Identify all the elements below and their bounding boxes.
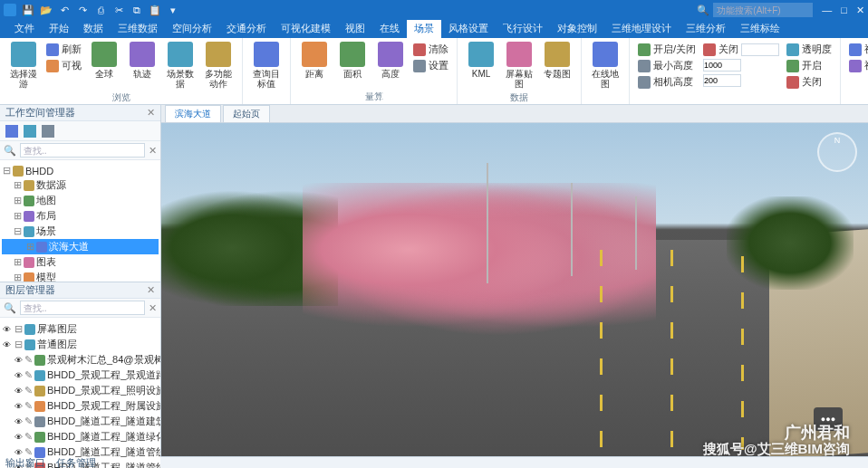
ribbon-small-5-0-2[interactable]: 相机高度 <box>635 74 699 90</box>
qat-undo-icon[interactable]: ↶ <box>58 4 71 16</box>
tree-node-0[interactable]: ⊞数据源 <box>2 177 159 193</box>
ribbon-small-0-1-1[interactable]: 可视 <box>43 58 84 73</box>
ribbon-small-5-2-0[interactable]: 透明度 <box>784 42 834 57</box>
ribbon-small-2-3-0[interactable]: 清除 <box>410 42 451 57</box>
close-button[interactable]: ✕ <box>856 5 864 16</box>
view-tab-0[interactable]: 滨海大道 <box>165 105 221 122</box>
ribbon-small-6-0-1[interactable]: 视口设置 <box>846 58 868 73</box>
tree-node-5[interactable]: ⊞图表 <box>2 254 159 270</box>
menu-1[interactable]: 开始 <box>42 20 76 38</box>
maximize-button[interactable]: □ <box>841 5 847 16</box>
light-pole <box>487 163 488 282</box>
layer-node-1[interactable]: 👁✎BHDD_景观工程_景观道路 <box>2 368 159 383</box>
qat-paste-icon[interactable]: 📋 <box>149 4 161 16</box>
ribbon-btn-0-3[interactable]: 轨迹 <box>124 40 160 91</box>
ws-tool-3-icon[interactable] <box>42 125 54 138</box>
ribbon-btn-4-0[interactable]: 在线地图 <box>587 40 623 102</box>
ribbon-input[interactable] <box>703 59 741 72</box>
ribbon-btn-3-0[interactable]: KML <box>463 40 499 91</box>
menu-13[interactable]: 三维地理设计 <box>604 20 679 38</box>
tree-node-2[interactable]: ⊞布局 <box>2 208 159 224</box>
qat-more-icon[interactable]: ▾ <box>167 4 179 16</box>
ribbon-small-icon <box>849 60 862 72</box>
workspace-panel-header: 工作空间管理器 ✕ <box>0 105 160 121</box>
ribbon-small-6-0-0[interactable]: 视口模式 <box>846 42 868 57</box>
ribbon-small-5-0-1[interactable]: 最小高度 <box>635 58 699 73</box>
ribbon-btn-3-1[interactable]: 屏幕贴图 <box>501 40 537 91</box>
tree-node-1[interactable]: ⊞地图 <box>2 193 159 208</box>
menu-7[interactable]: 视图 <box>338 20 372 38</box>
ribbon-small-5-2-2[interactable]: 关闭 <box>784 74 834 90</box>
status-tasks[interactable]: 任务管理 <box>56 456 96 469</box>
workspace-search-input[interactable] <box>20 143 145 158</box>
menu-0[interactable]: 文件 <box>7 20 42 38</box>
minimize-button[interactable]: — <box>822 5 832 16</box>
ribbon-btn-0-4[interactable]: 场景数据 <box>162 40 198 91</box>
ribbon-btn-3-2[interactable]: 专题图 <box>539 40 575 91</box>
menu-3[interactable]: 三维数据 <box>111 20 165 38</box>
ribbon-small-0-1-0[interactable]: 刷新 <box>43 42 84 57</box>
qat-print-icon[interactable]: ⎙ <box>94 4 107 16</box>
menu-14[interactable]: 三维分析 <box>679 20 733 38</box>
layer-group-1[interactable]: 👁⊟普通图层 <box>2 337 159 352</box>
ribbon-btn-0-2[interactable]: 全球 <box>86 40 122 91</box>
ribbon-group-6: 视口模式视口设置单视口视口目标联动视口操作 <box>841 38 868 104</box>
tree-node-3[interactable]: ⊟场景 <box>2 224 159 239</box>
layer-search-input[interactable] <box>20 301 145 315</box>
menu-4[interactable]: 空间分析 <box>165 20 219 38</box>
ribbon-btn-2-0[interactable]: 距离 <box>296 40 333 90</box>
ribbon-small-2-3-1[interactable]: 设置 <box>410 58 451 73</box>
panel-close-icon[interactable]: ✕ <box>147 284 155 296</box>
menu-9[interactable]: 场景 <box>407 20 441 38</box>
clear-icon[interactable]: ✕ <box>149 302 157 314</box>
ribbon-btn-2-1[interactable]: 面积 <box>334 40 371 90</box>
3d-viewport[interactable]: ●●● 广州君和 搜狐号@艾三维BIM咨询 <box>161 123 868 456</box>
qat-copy-icon[interactable]: ⧉ <box>130 4 143 16</box>
ribbon-btn-label: 全球 <box>95 69 113 79</box>
menu-6[interactable]: 可视化建模 <box>274 20 338 38</box>
ws-tool-2-icon[interactable] <box>24 125 36 138</box>
layer-node-2[interactable]: 👁✎BHDD_景观工程_照明设施 <box>2 383 159 398</box>
layer-node-0[interactable]: 👁✎景观树木汇总_84@景观树木 <box>2 352 159 368</box>
ribbon-small-5-1-0[interactable]: 关闭 <box>700 42 782 57</box>
ribbon-input[interactable] <box>741 43 779 56</box>
qat-open-icon[interactable]: 📂 <box>40 4 53 16</box>
workspace-tree[interactable]: ⊟BHDD⊞数据源⊞地图⊞布局⊟场景⊞滨海大道⊞图表⊞模型⊞资源 <box>0 160 160 282</box>
layer-node-3[interactable]: 👁✎BHDD_景观工程_附属设施 <box>2 398 159 414</box>
ribbon-small-5-1-2[interactable] <box>700 73 782 88</box>
ribbon-group-label: 量算 <box>296 90 451 104</box>
clear-icon[interactable]: ✕ <box>149 145 157 157</box>
window-buttons: — □ ✕ <box>822 5 864 16</box>
ribbon-btn-0-0[interactable]: 选择漫游 <box>5 40 42 91</box>
menu-12[interactable]: 对象控制 <box>550 20 604 38</box>
layer-tree[interactable]: 👁⊟屏幕图层👁⊟普通图层👁✎景观树木汇总_84@景观树木👁✎BHDD_景观工程_… <box>0 318 160 468</box>
layer-node-5[interactable]: 👁✎BHDD_隧道工程_隧道绿化_风景 <box>2 429 159 444</box>
menu-11[interactable]: 飞行设计 <box>496 20 550 38</box>
tree-node-4[interactable]: ⊞滨海大道 <box>2 239 159 254</box>
menu-2[interactable]: 数据 <box>76 20 111 38</box>
ribbon-small-5-1-1[interactable] <box>700 58 782 72</box>
search-input[interactable] <box>713 3 813 17</box>
menu-8[interactable]: 在线 <box>372 20 407 38</box>
tree-root[interactable]: ⊟BHDD <box>2 164 159 177</box>
ws-tool-1-icon[interactable] <box>5 125 18 138</box>
layer-node-4[interactable]: 👁✎BHDD_隧道工程_隧道建筑 <box>2 414 159 429</box>
ribbon-btn-0-5[interactable]: 多功能动作 <box>200 40 236 91</box>
menu-15[interactable]: 三维标绘 <box>733 20 787 38</box>
ribbon-small-5-2-1[interactable]: 开启 <box>784 58 834 73</box>
layer-group-0[interactable]: 👁⊟屏幕图层 <box>2 321 159 337</box>
ribbon-small-5-0-0[interactable]: 开启/关闭 <box>635 42 699 57</box>
qat-save-icon[interactable]: 💾 <box>22 4 34 16</box>
qat-redo-icon[interactable]: ↷ <box>76 4 89 16</box>
qat-cut-icon[interactable]: ✂ <box>112 4 125 16</box>
compass-widget[interactable] <box>817 132 857 172</box>
menu-5[interactable]: 交通分析 <box>219 20 274 38</box>
panel-close-icon[interactable]: ✕ <box>147 107 155 119</box>
status-output[interactable]: 输出窗口 <box>5 456 45 469</box>
ribbon-input[interactable] <box>703 74 741 87</box>
view-tab-1[interactable]: 起始页 <box>223 105 270 122</box>
ribbon-btn-2-2[interactable]: 高度 <box>372 40 409 90</box>
tree-node-6[interactable]: ⊞模型 <box>2 270 159 282</box>
menu-10[interactable]: 风格设置 <box>441 20 496 38</box>
ribbon-btn-1-0[interactable]: 查询目标值 <box>248 40 285 102</box>
